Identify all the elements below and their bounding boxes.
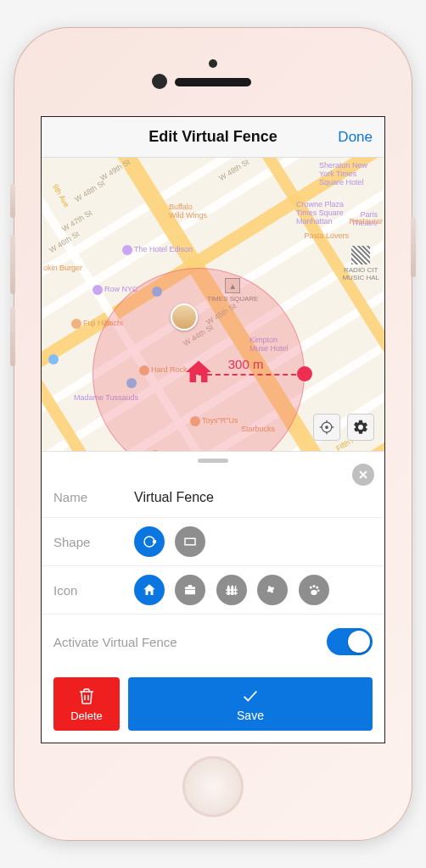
app-screen: Edit Virtual Fence Done W 49th S bbox=[41, 116, 385, 743]
poi-okin: okin Burger bbox=[43, 264, 82, 272]
icon-fence-button[interactable] bbox=[216, 575, 247, 605]
icon-label: Icon bbox=[53, 583, 134, 598]
done-button[interactable]: Done bbox=[338, 129, 373, 146]
trash-icon bbox=[76, 686, 97, 706]
icon-briefcase-button[interactable] bbox=[175, 575, 205, 605]
activate-label: Activate Virtual Fence bbox=[53, 635, 177, 649]
poi-radio-city: RADIO CIT MUSIC HAL bbox=[342, 246, 379, 281]
svg-rect-10 bbox=[185, 538, 195, 545]
transit-icon bbox=[48, 353, 59, 368]
radius-drag-handle[interactable] bbox=[297, 366, 312, 381]
svg-point-13 bbox=[316, 587, 318, 589]
front-camera bbox=[152, 74, 167, 89]
svg-point-9 bbox=[154, 541, 156, 543]
map-view[interactable]: W 49th St W 48th St W 48th St W 47th St … bbox=[42, 158, 384, 451]
speaker-slot bbox=[175, 78, 251, 86]
poi-restaurar: Restaurar bbox=[349, 217, 383, 225]
poi-crowne: Crowne Plaza Times Square Manhattan bbox=[296, 200, 344, 225]
shape-rectangle-button[interactable] bbox=[175, 526, 205, 557]
activate-toggle[interactable] bbox=[327, 628, 373, 655]
locate-button[interactable] bbox=[313, 414, 340, 441]
page-title: Edit Virtual Fence bbox=[149, 128, 277, 146]
poi-pasta: Pasta Lovers bbox=[304, 231, 349, 240]
volume-down bbox=[10, 307, 15, 366]
icon-bone-button[interactable] bbox=[257, 575, 288, 605]
icon-home-button[interactable] bbox=[134, 575, 165, 605]
poi-buffalo: Buffalo Wild Wings bbox=[169, 203, 207, 220]
svg-point-14 bbox=[317, 589, 320, 592]
panel-drag-handle[interactable] bbox=[198, 459, 228, 463]
svg-point-11 bbox=[310, 587, 312, 589]
delete-button[interactable]: Delete bbox=[53, 677, 120, 731]
save-button[interactable]: Save bbox=[128, 677, 373, 731]
phone-frame: Edit Virtual Fence Done W 49th S bbox=[14, 27, 412, 841]
shape-circle-button[interactable] bbox=[134, 526, 165, 557]
activate-row: Activate Virtual Fence bbox=[42, 615, 384, 669]
nav-bar: Edit Virtual Fence Done bbox=[42, 117, 384, 158]
map-settings-button[interactable] bbox=[347, 414, 374, 441]
icon-row: Icon bbox=[42, 566, 384, 615]
poi-sheraton: Sheraton New York Times Square Hotel bbox=[319, 161, 367, 186]
poi-edison: The Hotel Edison bbox=[122, 245, 193, 255]
volume-up bbox=[10, 235, 15, 294]
pet-marker[interactable] bbox=[171, 303, 198, 331]
mute-switch bbox=[10, 184, 15, 218]
radius-label: 300 m bbox=[228, 357, 264, 371]
power-button bbox=[411, 218, 416, 277]
shape-row: Shape bbox=[42, 518, 384, 566]
edit-panel: Name Virtual Fence Shape Icon bbox=[42, 451, 384, 743]
shape-label: Shape bbox=[53, 535, 134, 549]
svg-point-12 bbox=[312, 585, 315, 587]
avenue-label: 9th Ave bbox=[51, 183, 71, 209]
icon-paw-button[interactable] bbox=[299, 575, 329, 605]
name-label: Name bbox=[53, 490, 134, 504]
action-buttons: Delete Save bbox=[42, 669, 384, 743]
home-button[interactable] bbox=[182, 756, 244, 817]
close-panel-button[interactable] bbox=[352, 464, 374, 486]
name-row: Name Virtual Fence bbox=[42, 477, 384, 518]
radius-line bbox=[199, 374, 305, 376]
svg-point-1 bbox=[326, 426, 328, 429]
check-icon bbox=[241, 687, 260, 705]
street-label: W 48th St bbox=[73, 179, 106, 203]
svg-point-15 bbox=[311, 590, 317, 595]
name-input[interactable]: Virtual Fence bbox=[134, 490, 373, 505]
